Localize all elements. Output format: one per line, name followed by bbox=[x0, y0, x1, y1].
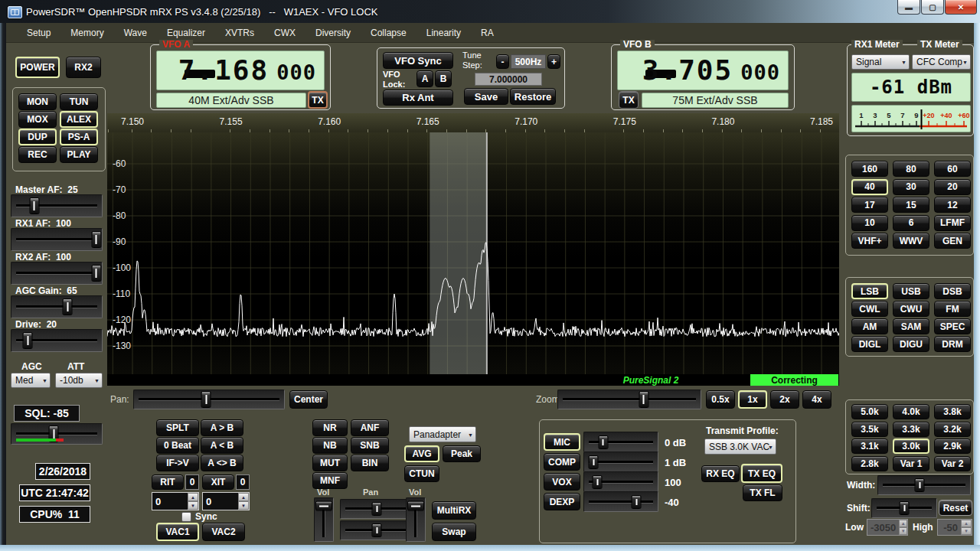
filter-4-0k-button[interactable]: 4.0k bbox=[893, 404, 929, 419]
bin-button[interactable]: BIN bbox=[351, 455, 389, 471]
band-gen-button[interactable]: GEN bbox=[934, 233, 971, 249]
slider-thumb[interactable] bbox=[372, 523, 382, 537]
drive-slider[interactable] bbox=[11, 329, 103, 352]
sync-checkbox[interactable] bbox=[181, 512, 191, 522]
xit-button[interactable]: XIT bbox=[202, 474, 234, 490]
slider-thumb[interactable] bbox=[315, 501, 332, 511]
menu-wave[interactable]: Wave bbox=[114, 24, 157, 41]
ps-a-button[interactable]: PS-A bbox=[60, 129, 98, 145]
filter-3-0k-button[interactable]: 3.0k bbox=[893, 439, 929, 454]
mox-button[interactable]: MOX bbox=[18, 111, 57, 128]
rx2-pan-slider[interactable] bbox=[340, 520, 413, 540]
band-wwv-button[interactable]: WWV bbox=[893, 233, 929, 249]
band-6-button[interactable]: 6 bbox=[893, 215, 929, 231]
slider-thumb[interactable] bbox=[915, 478, 925, 492]
tx-meter-select[interactable]: CFC Comp▼ bbox=[912, 54, 971, 70]
swap-button[interactable]: Swap bbox=[432, 523, 476, 541]
mode-usb-button[interactable]: USB bbox=[893, 283, 929, 299]
xit-entry[interactable]: 0 bbox=[203, 493, 238, 510]
shift-reset-button[interactable]: Reset bbox=[939, 500, 972, 516]
panadapter-display[interactable]: 7.1507.1557.1607.1657.1707.1757.1807.185… bbox=[107, 113, 839, 386]
rx-ant-button[interactable]: Rx Ant bbox=[383, 90, 453, 106]
filter-5-0k-button[interactable]: 5.0k bbox=[851, 404, 888, 419]
menu-memory[interactable]: Memory bbox=[60, 24, 113, 41]
slider-thumb[interactable] bbox=[63, 298, 73, 315]
spin-down-icon[interactable]: ▼ bbox=[188, 501, 198, 510]
filter-3-5k-button[interactable]: 3.5k bbox=[851, 422, 888, 437]
rx2-button[interactable]: RX2 bbox=[66, 57, 101, 78]
zoom-0-5x-button[interactable]: 0.5x bbox=[706, 390, 735, 409]
nr-button[interactable]: NR bbox=[312, 419, 348, 436]
tx-eq-button[interactable]: TX EQ bbox=[741, 464, 782, 483]
slider-thumb[interactable] bbox=[900, 501, 910, 515]
mode-dsb-button[interactable]: DSB bbox=[934, 283, 971, 299]
mode-cwu-button[interactable]: CWU bbox=[893, 301, 929, 317]
sql-button[interactable]: SQL: -85 bbox=[14, 405, 80, 422]
slider-thumb[interactable] bbox=[201, 391, 211, 408]
menu-ra[interactable]: RA bbox=[471, 24, 504, 41]
mon-button[interactable]: MON bbox=[18, 93, 57, 110]
filter-3-8k-button[interactable]: 3.8k bbox=[934, 404, 971, 419]
filter-var-2-button[interactable]: Var 2 bbox=[934, 456, 971, 471]
mode-digu-button[interactable]: DIGU bbox=[893, 336, 929, 352]
master-af-slider[interactable] bbox=[11, 194, 103, 217]
center-button[interactable]: Center bbox=[289, 390, 328, 409]
multirx-button[interactable]: MultiRX bbox=[432, 501, 476, 520]
mode-drm-button[interactable]: DRM bbox=[934, 336, 971, 352]
band-60-button[interactable]: 60 bbox=[934, 161, 971, 177]
avg-button[interactable]: AVG bbox=[404, 445, 439, 462]
menu-cwx[interactable]: CWX bbox=[264, 24, 305, 41]
dexp-slider[interactable] bbox=[583, 491, 658, 512]
tune-step-down-button[interactable]: - bbox=[496, 54, 509, 69]
rx1-meter-select[interactable]: Signal▼ bbox=[851, 54, 910, 70]
anf-button[interactable]: ANF bbox=[351, 419, 389, 436]
band-vhf-button[interactable]: VHF+ bbox=[851, 233, 888, 249]
pan-slider[interactable] bbox=[133, 390, 285, 409]
play-button[interactable]: PLAY bbox=[60, 146, 98, 163]
mode-sam-button[interactable]: SAM bbox=[893, 318, 929, 334]
dexp-button[interactable]: DEXP bbox=[544, 493, 580, 510]
slider-thumb[interactable] bbox=[372, 502, 382, 516]
vfo-a-tx-button[interactable]: TX bbox=[308, 91, 328, 109]
vox-button[interactable]: VOX bbox=[544, 473, 580, 491]
band-17-button[interactable]: 17 bbox=[851, 197, 888, 213]
rx2-volume-slider[interactable] bbox=[406, 497, 426, 542]
mode-digl-button[interactable]: DIGL bbox=[851, 336, 888, 352]
zoom-1x-button[interactable]: 1x bbox=[738, 390, 767, 409]
snb-button[interactable]: SNB bbox=[351, 437, 389, 454]
vac2-button[interactable]: VAC2 bbox=[202, 523, 245, 541]
alex-button[interactable]: ALEX bbox=[60, 111, 98, 128]
vfo-b-frequency-display[interactable]: 3.705000 bbox=[617, 51, 789, 90]
slider-thumb[interactable] bbox=[23, 332, 33, 349]
rit-button[interactable]: RIT bbox=[152, 474, 184, 490]
band-160-button[interactable]: 160 bbox=[851, 161, 888, 177]
band-15-button[interactable]: 15 bbox=[893, 197, 929, 213]
band-10-button[interactable]: 10 bbox=[851, 215, 888, 231]
save-button[interactable]: Save bbox=[464, 88, 508, 105]
tun-button[interactable]: TUN bbox=[60, 93, 98, 110]
a-b-button[interactable]: A <> B bbox=[201, 455, 243, 471]
slider-thumb[interactable] bbox=[29, 197, 39, 214]
maximize-button[interactable]: ▢ bbox=[921, 0, 944, 15]
comp-button[interactable]: COMP bbox=[544, 453, 580, 471]
filter-width-slider[interactable] bbox=[877, 475, 971, 495]
mic-slider[interactable] bbox=[583, 432, 658, 452]
vac1-button[interactable]: VAC1 bbox=[156, 523, 199, 541]
close-button[interactable]: ✕ bbox=[945, 0, 977, 15]
filter-var-1-button[interactable]: Var 1 bbox=[893, 456, 929, 471]
filter-shift-slider[interactable] bbox=[871, 498, 937, 518]
ctun-button[interactable]: CTUN bbox=[404, 465, 439, 482]
tune-step-up-button[interactable]: + bbox=[547, 54, 560, 69]
band-lfmf-button[interactable]: LFMF bbox=[934, 215, 971, 231]
vox-slider[interactable] bbox=[583, 471, 658, 492]
mic-button[interactable]: MIC bbox=[544, 433, 580, 451]
filter-3-1k-button[interactable]: 3.1k bbox=[851, 439, 888, 454]
rit-entry[interactable]: 0 bbox=[152, 493, 188, 510]
slider-thumb[interactable] bbox=[91, 231, 101, 248]
0-beat-button[interactable]: 0 Beat bbox=[156, 437, 199, 454]
zoom-slider[interactable] bbox=[557, 390, 701, 409]
nb-button[interactable]: NB bbox=[312, 437, 348, 454]
rx1-pan-slider[interactable] bbox=[340, 499, 413, 519]
mode-cwl-button[interactable]: CWL bbox=[851, 301, 888, 317]
spin-down-icon[interactable]: ▼ bbox=[238, 501, 249, 510]
